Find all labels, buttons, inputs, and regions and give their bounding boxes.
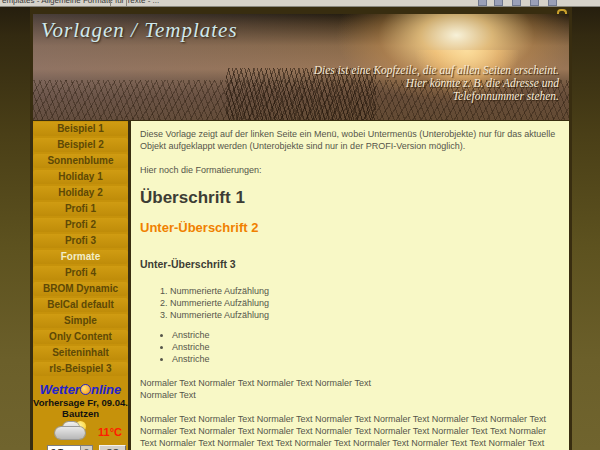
normal-text-line: Normaler Text (140, 390, 196, 400)
intro-paragraph: Diese Vorlage zeigt auf der linken Seite… (140, 128, 557, 152)
forecast-city: Bautzen (33, 408, 128, 419)
sidebar-item-beispiel-2[interactable]: Beispiel 2 (33, 138, 128, 152)
sidebar-item-profi-2[interactable]: Profi 2 (33, 218, 128, 232)
browser-toolbar-icon[interactable] (548, 0, 557, 6)
tagline-line: Hier könnte z. B. die Adresse und (406, 77, 559, 89)
numbered-list-item: Nummerierte Aufzählung (170, 309, 557, 321)
weather-controls: 3 Tage ▼ GO (33, 445, 128, 450)
sidebar-item-only-content[interactable]: Only Content (33, 330, 128, 344)
browser-toolbar-icon[interactable] (530, 0, 539, 6)
cloud-icon (55, 427, 85, 439)
bullet-list-item: Anstriche (172, 329, 557, 341)
tagline-line: Dies ist eine Kopfzeile, die auf allen S… (314, 64, 559, 76)
tagline-line: Telefonnummer stehen. (453, 90, 559, 102)
logo-text-suffix: nline (91, 382, 121, 397)
sidebar-item-holiday-2[interactable]: Holiday 2 (33, 186, 128, 200)
browser-toolbar-icon[interactable] (478, 0, 487, 6)
go-button[interactable]: GO (99, 445, 126, 450)
sidebar-item-sonnenblume[interactable]: Sonnenblume (33, 154, 128, 168)
logo-text-prefix: Wetter (40, 382, 80, 397)
bullet-list: Anstriche Anstriche Anstriche (140, 329, 557, 365)
sidebar-menu: Beispiel 1 Beispiel 2 Sonnenblume Holida… (33, 121, 128, 450)
numbered-list-item: Nummerierte Aufzählung (170, 297, 557, 309)
heading-2: Unter-Überschrift 2 (140, 220, 557, 236)
sidebar-item-profi-4[interactable]: Profi 4 (33, 266, 128, 280)
sidebar-item-holiday-1[interactable]: Holiday 1 (33, 170, 128, 184)
sidebar-item-formate[interactable]: Formate (33, 250, 128, 264)
normal-text-long: Normaler Text Normaler Text Normaler Tex… (140, 413, 557, 450)
heading-1: Überschrift 1 (140, 188, 557, 208)
heading-3: Unter-Überschrift 3 (140, 258, 557, 271)
sidebar-item-seiteninhalt[interactable]: Seiteninhalt (33, 346, 128, 360)
temperature-value: 11°C (98, 426, 122, 438)
sidebar-item-belcal-default[interactable]: BelCal default (33, 298, 128, 312)
normal-text-line: Normaler Text Normaler Text Normaler Tex… (140, 378, 371, 388)
browser-toolbar-icon[interactable] (512, 0, 521, 6)
sidebar-item-brom-dynamic[interactable]: BROM Dynamic (33, 282, 128, 296)
sidebar-item-rls-beispiel-3[interactable]: rls-Beispiel 3 (33, 362, 128, 376)
forecast-range-select[interactable]: 3 Tage ▼ (47, 445, 93, 450)
browser-titlebar: emplates - Allgemeine Formate für Texte … (0, 0, 600, 7)
chevron-down-icon[interactable]: ▼ (80, 446, 92, 450)
toolbar-separator (110, 0, 111, 6)
site-title: Vorlagen / Templates (41, 18, 238, 43)
sidebar-item-beispiel-1[interactable]: Beispiel 1 (33, 122, 128, 136)
sidebar-item-simple[interactable]: Simple (33, 314, 128, 328)
header-banner: Vorlagen / Templates Dies ist eine Kopfz… (33, 14, 569, 120)
sidebar-item-profi-1[interactable]: Profi 1 (33, 202, 128, 216)
header-tagline: Dies ist eine Kopfzeile, die auf allen S… (314, 64, 559, 103)
intro-paragraph-2: Hier noch die Formatierungen: (140, 164, 557, 176)
numbered-list: Nummerierte Aufzählung Nummerierte Aufzä… (140, 285, 557, 321)
bullet-list-item: Anstriche (172, 341, 557, 353)
normal-text-short: Normaler Text Normaler Text Normaler Tex… (140, 377, 557, 401)
forecast-date: Vorhersage Fr, 09.04. (33, 397, 128, 408)
bullet-list-item: Anstriche (172, 353, 557, 365)
partly-cloudy-icon (55, 421, 89, 441)
weather-widget: Wetternline Vorhersage Fr, 09.04. Bautze… (33, 383, 128, 450)
sun-globe-icon (80, 384, 91, 395)
wetteronline-logo: Wetternline (33, 383, 128, 397)
numbered-list-item: Nummerierte Aufzählung (170, 285, 557, 297)
browser-toolbar-icon[interactable] (494, 0, 503, 6)
toolbar-separator (126, 0, 127, 6)
weather-condition-row: 11°C (33, 421, 128, 443)
browser-tab-title: emplates - Allgemeine Formate für Texte … (2, 0, 159, 5)
main-content: Diese Vorlage zeigt auf der linken Seite… (131, 121, 569, 450)
sidebar-item-profi-3[interactable]: Profi 3 (33, 234, 128, 248)
